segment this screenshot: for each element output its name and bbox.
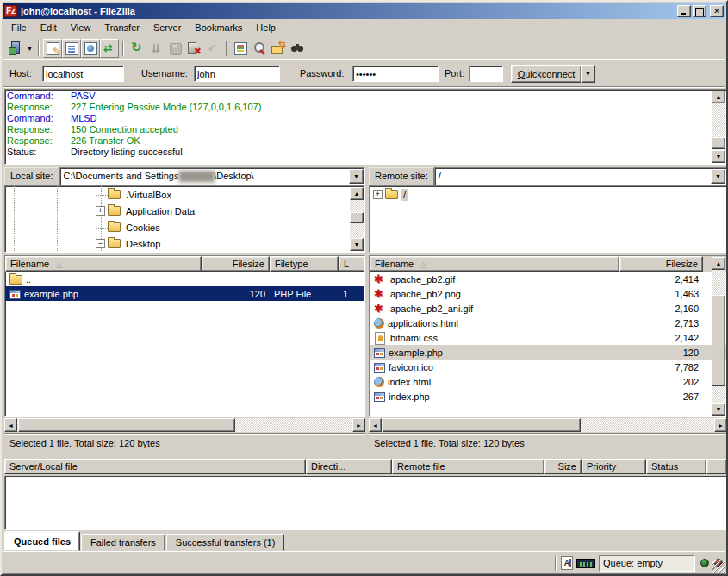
menu-server[interactable]: Server — [146, 21, 188, 35]
expand-icon[interactable]: + — [96, 206, 105, 216]
tree-item-label[interactable]: Desktop — [124, 238, 162, 250]
local-site-combo[interactable]: C:\Documents and Settings██████\Desktop\… — [59, 167, 365, 185]
scrollbar-thumb[interactable] — [712, 295, 725, 386]
remote-tree-toggle-button[interactable] — [81, 39, 100, 58]
tree-item[interactable]: +/ — [370, 186, 725, 203]
queue-column-size[interactable]: Size — [544, 459, 582, 474]
scroll-up-icon[interactable]: ▲ — [350, 187, 364, 200]
site-manager-button[interactable] — [6, 39, 25, 58]
file-row[interactable]: bitnami.css2,142 — [370, 330, 726, 345]
tree-item-label[interactable]: Application Data — [124, 205, 196, 217]
port-input[interactable] — [469, 66, 503, 82]
menu-help[interactable]: Help — [249, 21, 283, 35]
file-row[interactable]: index.html202 — [370, 374, 726, 389]
filename-cell: index.php — [370, 389, 619, 404]
synchronized-browsing-button[interactable] — [269, 39, 288, 58]
tree-item[interactable]: .VirtualBox — [5, 186, 349, 203]
expand-icon[interactable]: + — [373, 190, 383, 199]
combo-dropdown-icon[interactable]: ▼ — [349, 169, 364, 184]
combo-dropdown-icon[interactable]: ▼ — [711, 169, 725, 184]
file-row[interactable]: .. — [5, 272, 364, 286]
pane-splitter[interactable] — [365, 167, 369, 454]
scroll-down-icon[interactable]: ▼ — [712, 150, 725, 163]
tab-failed-transfers[interactable]: Failed transfers — [81, 534, 165, 551]
file-row[interactable]: applications.html2,713 — [370, 316, 726, 330]
column-header-filename[interactable]: Filename△ — [370, 256, 619, 272]
file-row[interactable]: example.php120 — [370, 345, 726, 360]
scroll-right-icon[interactable]: ► — [352, 418, 365, 432]
menu-bookmarks[interactable]: Bookmarks — [188, 21, 249, 35]
file-row[interactable]: apache_pb2.gif2,414 — [370, 272, 726, 286]
filezilla-app-icon[interactable]: Fz — [4, 5, 17, 17]
file-row[interactable]: apache_pb2_ani.gif2,160 — [370, 301, 726, 316]
site-manager-dropdown-icon[interactable]: ▼ — [25, 40, 34, 57]
column-header-filetype[interactable]: Filetype — [270, 256, 339, 272]
scroll-left-icon[interactable]: ◄ — [4, 418, 17, 432]
file-row[interactable]: example.php120PHP File1 — [5, 286, 364, 301]
remote-status-text: Selected 1 file. Total size: 120 bytes — [369, 433, 727, 454]
tab-queued-files[interactable]: Queued files — [4, 531, 80, 551]
quickconnect-button[interactable]: Quickconnect — [511, 65, 582, 83]
disconnect-button[interactable] — [184, 39, 203, 58]
menu-edit[interactable]: Edit — [34, 21, 64, 35]
queue-column-directi-[interactable]: Directi... — [306, 459, 392, 474]
column-header-filesize[interactable]: Filesize — [202, 256, 270, 272]
password-input[interactable] — [352, 66, 439, 82]
column-header-filesize[interactable]: Filesize — [619, 256, 703, 272]
remote-list-hscrollbar[interactable]: ◄ ► — [369, 418, 727, 432]
title-bar[interactable]: Fz john@localhost - FileZilla — [3, 3, 725, 19]
scroll-down-icon[interactable]: ▼ — [350, 238, 364, 251]
scroll-right-icon[interactable]: ► — [714, 418, 727, 432]
close-button[interactable] — [710, 5, 724, 17]
tree-item[interactable]: −Desktop — [5, 235, 349, 252]
remote-list-scrollbar[interactable]: ▲ ▼ — [712, 257, 725, 416]
maximize-button[interactable] — [693, 5, 706, 17]
scroll-left-icon[interactable]: ◄ — [369, 418, 382, 432]
menu-transfer[interactable]: Transfer — [97, 21, 146, 35]
find-files-button[interactable] — [288, 39, 307, 58]
directory-comparison-button[interactable] — [250, 39, 269, 58]
scrollbar-thumb[interactable] — [350, 212, 364, 223]
php-file-icon — [374, 348, 385, 358]
tab-successful-transfers-[interactable]: Successful transfers (1) — [166, 534, 285, 551]
quickconnect-dropdown-icon[interactable]: ▼ — [581, 65, 595, 83]
queue-column-priority[interactable]: Priority — [582, 459, 646, 474]
menu-view[interactable]: View — [64, 21, 98, 35]
scrollbar-thumb[interactable] — [712, 137, 725, 149]
file-row[interactable]: apache_pb2.png1,463 — [370, 286, 726, 301]
scroll-down-icon[interactable]: ▼ — [712, 403, 725, 416]
collapse-icon[interactable]: − — [96, 239, 105, 248]
menu-file[interactable]: File — [4, 21, 34, 35]
filter-button[interactable] — [231, 39, 250, 58]
local-tree-scrollbar[interactable]: ▲ ▼ — [350, 187, 364, 251]
tree-item-label[interactable]: .VirtualBox — [124, 189, 173, 201]
scrollbar-thumb[interactable] — [383, 418, 581, 432]
refresh-button[interactable] — [128, 39, 146, 58]
tree-item-label[interactable]: / — [401, 189, 408, 201]
tree-item[interactable]: +Application Data — [5, 203, 349, 219]
tree-item-label[interactable]: Cookies — [124, 222, 162, 234]
column-header-filename[interactable]: Filename△ — [5, 256, 202, 272]
message-log-scrollbar[interactable]: ▲ ▼ — [712, 91, 725, 163]
local-list-hscrollbar[interactable]: ◄ ► — [4, 418, 365, 432]
local-tree-toggle-button[interactable] — [62, 39, 81, 58]
column-header-l[interactable]: L — [339, 256, 365, 272]
filename-cell: .. — [5, 272, 202, 286]
transfer-queue-toggle-button[interactable] — [100, 39, 119, 58]
transfer-queue-list[interactable] — [4, 476, 727, 530]
file-row[interactable]: favicon.ico7,782 — [370, 360, 726, 374]
queue-column-status[interactable]: Status — [646, 459, 706, 474]
scrollbar-thumb[interactable] — [18, 418, 235, 432]
message-log-toggle-button[interactable] — [43, 39, 62, 58]
username-input[interactable] — [194, 66, 280, 82]
minimize-button[interactable] — [677, 5, 691, 17]
queue-column-server-local-file[interactable]: Server/Local file — [4, 459, 306, 474]
resize-grip[interactable] — [712, 560, 725, 573]
tree-item[interactable]: Cookies — [5, 219, 349, 235]
file-row[interactable]: index.php267 — [370, 389, 726, 404]
remote-site-combo[interactable]: / ▼ — [434, 167, 727, 185]
host-input[interactable] — [42, 66, 124, 82]
scroll-up-icon[interactable]: ▲ — [712, 91, 725, 103]
scroll-up-icon[interactable]: ▲ — [712, 257, 725, 270]
queue-column-remote-file[interactable]: Remote file — [392, 459, 544, 474]
